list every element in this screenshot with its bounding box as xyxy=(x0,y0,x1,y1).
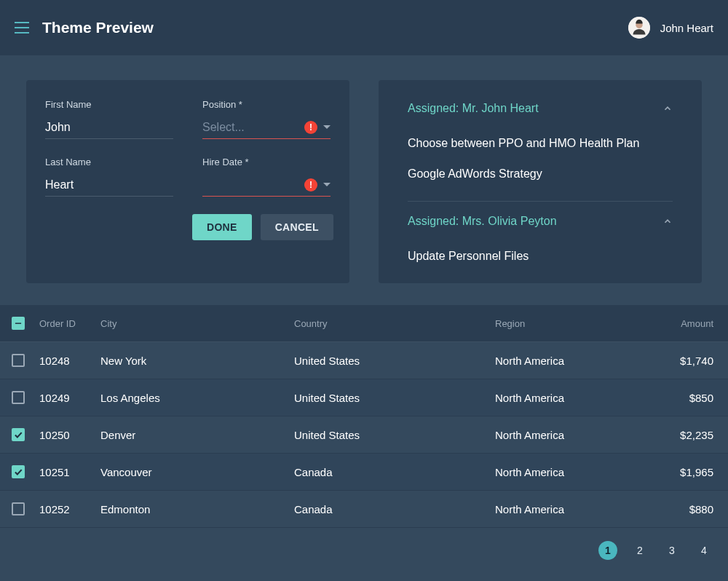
accordion-title: Assigned: Mr. John Heart xyxy=(408,102,539,115)
cell-city: Edmonton xyxy=(100,491,294,528)
position-field: Position * Select... ! xyxy=(202,99,331,139)
cell-country: United States xyxy=(294,342,495,379)
first-name-field: First Name John xyxy=(45,99,173,139)
table-row[interactable]: 10251VancouverCanadaNorth America$1,965 xyxy=(0,454,728,491)
chevron-up-icon xyxy=(662,216,673,226)
accordion-item[interactable]: Update Personnel Files xyxy=(408,241,673,272)
accordion-card: Assigned: Mr. John Heart Choose between … xyxy=(379,80,702,283)
page-2[interactable]: 2 xyxy=(630,541,649,560)
page-3[interactable]: 3 xyxy=(662,541,681,560)
cell-region: North America xyxy=(495,491,654,528)
page-1[interactable]: 1 xyxy=(598,541,617,560)
cell-amount: $850 xyxy=(654,379,728,416)
table-row[interactable]: 10250DenverUnited StatesNorth America$2,… xyxy=(0,416,728,454)
accordion-item[interactable]: Choose between PPO and HMO Health Plan xyxy=(408,128,673,159)
svg-rect-2 xyxy=(15,323,21,323)
pagination: 1234 xyxy=(0,528,728,560)
cell-region: North America xyxy=(495,416,654,454)
cell-region: North America xyxy=(495,342,654,379)
cell-country: United States xyxy=(294,416,495,454)
select-all-checkbox[interactable] xyxy=(12,317,25,330)
main-content: First Name John Position * Select... ! L… xyxy=(0,55,728,283)
user-menu[interactable]: John Heart xyxy=(628,17,713,39)
last-name-label: Last Name xyxy=(45,157,173,167)
hire-date-input[interactable]: ! xyxy=(202,178,331,197)
data-table: Order ID City Country Region Amount 1024… xyxy=(0,305,728,528)
done-button[interactable]: DONE xyxy=(192,214,252,240)
row-checkbox[interactable] xyxy=(12,391,25,404)
cell-amount: $1,740 xyxy=(654,342,728,379)
last-name-field: Last Name Heart xyxy=(45,157,173,197)
cell-city: Los Angeles xyxy=(100,379,294,416)
row-checkbox[interactable] xyxy=(12,354,25,367)
page-title: Theme Preview xyxy=(42,19,154,36)
accordion-header-olivia[interactable]: Assigned: Mrs. Olivia Peyton xyxy=(408,215,673,228)
table-row[interactable]: 10252EdmontonCanadaNorth America$880 xyxy=(0,491,728,528)
cell-country: Canada xyxy=(294,491,495,528)
cell-order-id: 10251 xyxy=(39,454,100,491)
cell-city: New York xyxy=(100,342,294,379)
hire-date-label: Hire Date * xyxy=(202,157,331,167)
avatar xyxy=(628,17,650,39)
position-select[interactable]: Select... ! xyxy=(202,120,331,139)
accordion-title: Assigned: Mrs. Olivia Peyton xyxy=(408,215,557,228)
cell-region: North America xyxy=(495,379,654,416)
divider xyxy=(408,201,673,202)
col-header-region[interactable]: Region xyxy=(495,305,654,342)
cancel-button[interactable]: CANCEL xyxy=(261,214,333,240)
position-placeholder: Select... xyxy=(202,121,304,134)
col-header-order-id[interactable]: Order ID xyxy=(39,305,100,342)
accordion-header-john[interactable]: Assigned: Mr. John Heart xyxy=(408,102,673,115)
form-card: First Name John Position * Select... ! L… xyxy=(26,80,349,283)
cell-order-id: 10252 xyxy=(39,491,100,528)
error-icon: ! xyxy=(304,121,317,134)
chevron-down-icon xyxy=(323,183,331,186)
chevron-down-icon xyxy=(323,125,331,129)
accordion-item[interactable]: Google AdWords Strategy xyxy=(408,159,673,189)
cell-country: Canada xyxy=(294,454,495,491)
row-checkbox[interactable] xyxy=(12,428,25,441)
cell-order-id: 10249 xyxy=(39,379,100,416)
cell-amount: $2,235 xyxy=(654,416,728,454)
user-name: John Heart xyxy=(660,22,713,34)
row-checkbox[interactable] xyxy=(12,502,25,515)
menu-icon[interactable] xyxy=(15,19,32,36)
table-row[interactable]: 10249Los AngelesUnited StatesNorth Ameri… xyxy=(0,379,728,416)
first-name-label: First Name xyxy=(45,99,173,110)
page-4[interactable]: 4 xyxy=(695,541,713,560)
cell-city: Vancouver xyxy=(100,454,294,491)
position-label: Position * xyxy=(202,99,331,110)
chevron-up-icon xyxy=(662,103,673,114)
col-header-country[interactable]: Country xyxy=(294,305,495,342)
col-header-amount[interactable]: Amount xyxy=(654,305,728,342)
table-row[interactable]: 10248New YorkUnited StatesNorth America$… xyxy=(0,342,728,379)
cell-region: North America xyxy=(495,454,654,491)
row-checkbox[interactable] xyxy=(12,465,25,478)
cell-order-id: 10248 xyxy=(39,342,100,379)
cell-order-id: 10250 xyxy=(39,416,100,454)
cell-amount: $1,965 xyxy=(654,454,728,491)
cell-amount: $880 xyxy=(654,491,728,528)
hire-date-field: Hire Date * ! xyxy=(202,157,331,197)
col-header-city[interactable]: City xyxy=(100,305,294,342)
first-name-input[interactable]: John xyxy=(45,121,173,134)
error-icon: ! xyxy=(304,178,317,191)
cell-country: United States xyxy=(294,379,495,416)
app-header: Theme Preview John Heart xyxy=(0,0,728,55)
cell-city: Denver xyxy=(100,416,294,454)
last-name-input[interactable]: Heart xyxy=(45,178,173,191)
